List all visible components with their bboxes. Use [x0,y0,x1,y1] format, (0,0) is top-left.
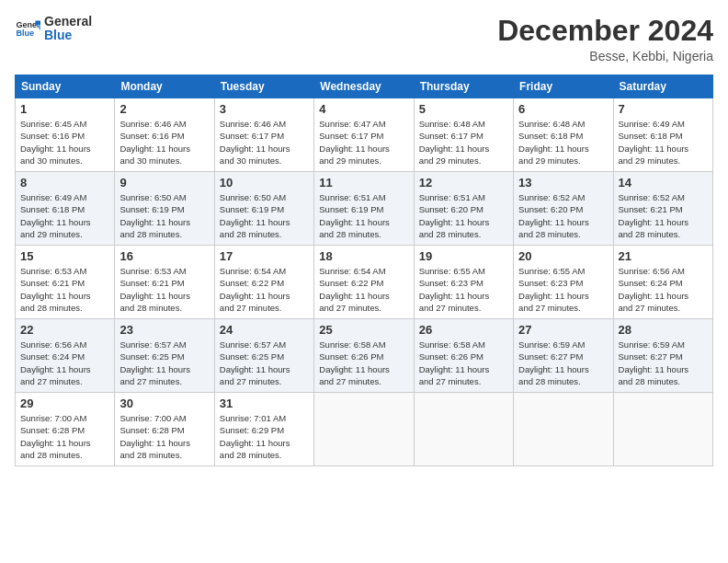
day-number: 5 [419,102,508,116]
day-detail: Sunrise: 6:48 AM Sunset: 6:18 PM Dayligh… [518,118,608,167]
table-row: 18Sunrise: 6:54 AM Sunset: 6:22 PM Dayli… [314,246,414,319]
day-number: 14 [619,176,708,190]
day-detail: Sunrise: 6:46 AM Sunset: 6:16 PM Dayligh… [119,118,209,167]
table-row: 10Sunrise: 6:50 AM Sunset: 6:19 PM Dayli… [214,172,313,246]
table-row: 7Sunrise: 6:49 AM Sunset: 6:18 PM Daylig… [613,98,712,172]
day-number: 7 [619,102,708,116]
col-tuesday: Tuesday [214,75,313,98]
day-detail: Sunrise: 7:01 AM Sunset: 6:29 PM Dayligh… [220,412,309,461]
col-thursday: Thursday [414,75,513,98]
calendar-week-row: 15Sunrise: 6:53 AM Sunset: 6:21 PM Dayli… [16,246,713,319]
day-detail: Sunrise: 6:47 AM Sunset: 6:17 PM Dayligh… [319,118,408,167]
day-detail: Sunrise: 7:00 AM Sunset: 6:28 PM Dayligh… [119,412,209,461]
day-number: 10 [220,176,309,190]
day-number: 17 [220,249,309,263]
table-row: 31Sunrise: 7:01 AM Sunset: 6:29 PM Dayli… [214,393,313,466]
day-number: 2 [119,102,209,116]
calendar-week-row: 22Sunrise: 6:56 AM Sunset: 6:24 PM Dayli… [16,319,713,393]
table-row: 23Sunrise: 6:57 AM Sunset: 6:25 PM Dayli… [115,319,214,393]
table-row: 3Sunrise: 6:46 AM Sunset: 6:17 PM Daylig… [214,98,313,172]
day-detail: Sunrise: 6:56 AM Sunset: 6:24 PM Dayligh… [619,265,708,314]
calendar-table: Sunday Monday Tuesday Wednesday Thursday… [15,75,713,466]
day-detail: Sunrise: 6:51 AM Sunset: 6:20 PM Dayligh… [419,191,508,240]
table-row: 13Sunrise: 6:52 AM Sunset: 6:20 PM Dayli… [514,172,613,246]
table-row: 28Sunrise: 6:59 AM Sunset: 6:27 PM Dayli… [613,319,712,393]
day-number: 31 [220,396,309,410]
calendar-week-row: 8Sunrise: 6:49 AM Sunset: 6:18 PM Daylig… [16,172,713,246]
day-number: 11 [319,176,408,190]
location: Besse, Kebbi, Nigeria [497,49,713,63]
day-number: 21 [619,249,708,263]
day-detail: Sunrise: 6:49 AM Sunset: 6:18 PM Dayligh… [619,118,708,167]
day-number: 23 [119,323,209,337]
table-row: 1Sunrise: 6:45 AM Sunset: 6:16 PM Daylig… [16,98,115,172]
day-number: 22 [20,323,109,337]
table-row: 14Sunrise: 6:52 AM Sunset: 6:21 PM Dayli… [613,172,712,246]
header: General Blue General Blue December 2024 … [15,15,713,63]
day-number: 28 [619,323,708,337]
title-block: December 2024 Besse, Kebbi, Nigeria [497,15,713,63]
table-row: 21Sunrise: 6:56 AM Sunset: 6:24 PM Dayli… [613,246,712,319]
logo: General Blue General Blue [15,15,92,43]
day-detail: Sunrise: 6:48 AM Sunset: 6:17 PM Dayligh… [419,118,508,167]
table-row: 17Sunrise: 6:54 AM Sunset: 6:22 PM Dayli… [214,246,313,319]
day-number: 25 [319,323,408,337]
day-detail: Sunrise: 6:58 AM Sunset: 6:26 PM Dayligh… [419,339,508,387]
day-number: 24 [220,323,309,337]
day-number: 15 [20,249,109,263]
table-row: 5Sunrise: 6:48 AM Sunset: 6:17 PM Daylig… [414,98,513,172]
day-detail: Sunrise: 6:52 AM Sunset: 6:21 PM Dayligh… [619,191,708,240]
day-number: 19 [419,249,508,263]
table-row: 8Sunrise: 6:49 AM Sunset: 6:18 PM Daylig… [16,172,115,246]
day-number: 9 [119,176,209,190]
day-number: 29 [20,396,109,410]
day-detail: Sunrise: 6:54 AM Sunset: 6:22 PM Dayligh… [319,265,408,314]
table-row [613,393,712,466]
table-row [314,393,414,466]
table-row: 4Sunrise: 6:47 AM Sunset: 6:17 PM Daylig… [314,98,414,172]
logo-text-general: General [44,15,92,29]
day-detail: Sunrise: 6:57 AM Sunset: 6:25 PM Dayligh… [119,339,209,387]
calendar-week-row: 29Sunrise: 7:00 AM Sunset: 6:28 PM Dayli… [16,393,713,466]
day-detail: Sunrise: 6:53 AM Sunset: 6:21 PM Dayligh… [119,265,209,314]
day-detail: Sunrise: 6:54 AM Sunset: 6:22 PM Dayligh… [220,265,309,314]
day-number: 3 [220,102,309,116]
day-detail: Sunrise: 6:45 AM Sunset: 6:16 PM Dayligh… [20,118,109,167]
day-detail: Sunrise: 6:57 AM Sunset: 6:25 PM Dayligh… [220,339,309,387]
table-row: 11Sunrise: 6:51 AM Sunset: 6:19 PM Dayli… [314,172,414,246]
calendar-week-row: 1Sunrise: 6:45 AM Sunset: 6:16 PM Daylig… [16,98,713,172]
table-row: 20Sunrise: 6:55 AM Sunset: 6:23 PM Dayli… [514,246,613,319]
table-row: 30Sunrise: 7:00 AM Sunset: 6:28 PM Dayli… [115,393,214,466]
day-detail: Sunrise: 6:56 AM Sunset: 6:24 PM Dayligh… [20,339,109,387]
table-row: 19Sunrise: 6:55 AM Sunset: 6:23 PM Dayli… [414,246,513,319]
col-friday: Friday [514,75,613,98]
day-detail: Sunrise: 6:50 AM Sunset: 6:19 PM Dayligh… [119,191,209,240]
day-detail: Sunrise: 6:59 AM Sunset: 6:27 PM Dayligh… [518,339,608,387]
day-number: 27 [518,323,608,337]
day-number: 13 [518,176,608,190]
day-number: 6 [518,102,608,116]
table-row: 24Sunrise: 6:57 AM Sunset: 6:25 PM Dayli… [214,319,313,393]
table-row: 29Sunrise: 7:00 AM Sunset: 6:28 PM Dayli… [16,393,115,466]
table-row: 22Sunrise: 6:56 AM Sunset: 6:24 PM Dayli… [16,319,115,393]
table-row: 27Sunrise: 6:59 AM Sunset: 6:27 PM Dayli… [514,319,613,393]
day-detail: Sunrise: 6:55 AM Sunset: 6:23 PM Dayligh… [518,265,608,314]
day-number: 4 [319,102,408,116]
table-row: 25Sunrise: 6:58 AM Sunset: 6:26 PM Dayli… [314,319,414,393]
day-number: 26 [419,323,508,337]
table-row: 16Sunrise: 6:53 AM Sunset: 6:21 PM Dayli… [115,246,214,319]
table-row: 9Sunrise: 6:50 AM Sunset: 6:19 PM Daylig… [115,172,214,246]
svg-text:Blue: Blue [16,29,34,39]
col-sunday: Sunday [16,75,115,98]
day-detail: Sunrise: 6:50 AM Sunset: 6:19 PM Dayligh… [220,191,309,240]
logo-icon: General Blue [15,16,40,41]
col-monday: Monday [115,75,214,98]
day-detail: Sunrise: 6:46 AM Sunset: 6:17 PM Dayligh… [220,118,309,167]
day-number: 30 [119,396,209,410]
day-detail: Sunrise: 6:58 AM Sunset: 6:26 PM Dayligh… [319,339,408,387]
day-number: 20 [518,249,608,263]
table-row: 2Sunrise: 6:46 AM Sunset: 6:16 PM Daylig… [115,98,214,172]
day-number: 18 [319,249,408,263]
table-row: 6Sunrise: 6:48 AM Sunset: 6:18 PM Daylig… [514,98,613,172]
day-detail: Sunrise: 6:55 AM Sunset: 6:23 PM Dayligh… [419,265,508,314]
